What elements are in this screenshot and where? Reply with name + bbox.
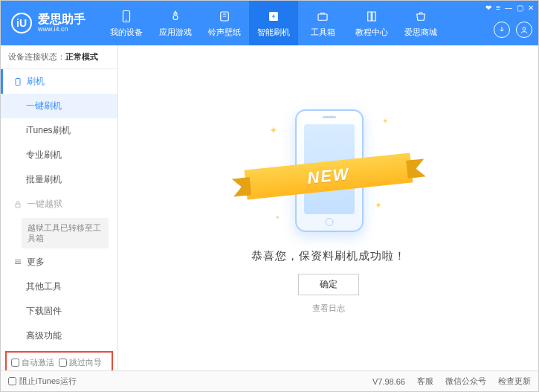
logo-area: iU 爱思助手 www.i4.cn	[1, 13, 96, 33]
nav-apps[interactable]: 应用游戏	[151, 1, 200, 45]
section-flash[interactable]: 刷机	[1, 69, 117, 94]
lock-icon	[13, 200, 22, 209]
footer: 阻止iTunes运行 V7.98.66 客服 微信公众号 检查更新	[1, 370, 538, 391]
nav-toolbox[interactable]: 工具箱	[298, 1, 347, 45]
sidebar-item-onekey-flash[interactable]: 一键刷机	[1, 94, 117, 118]
close-button[interactable]: ✕	[528, 4, 534, 12]
star-icon: ✦	[382, 117, 388, 125]
app-name: 爱思助手	[38, 13, 85, 25]
footer-link-update[interactable]: 检查更新	[498, 376, 531, 387]
nav-label: 爱思商城	[404, 27, 437, 38]
star-icon: ✦	[375, 200, 382, 211]
nav-ringtones[interactable]: 铃声壁纸	[200, 1, 249, 45]
sidebar-item-advanced[interactable]: 高级功能	[1, 324, 117, 348]
svg-point-5	[523, 28, 526, 30]
success-illustration: NEW ✦ ✦ ✦ ✦	[254, 102, 403, 236]
auto-activate-checkbox[interactable]: 自动激活	[11, 357, 54, 368]
version-label: V7.98.66	[372, 377, 405, 386]
nav-my-device[interactable]: 我的设备	[102, 1, 151, 45]
app-logo-icon: iU	[11, 13, 32, 33]
ok-button[interactable]: 确定	[298, 274, 359, 295]
sidebar-item-pro-flash[interactable]: 专业刷机	[1, 143, 117, 167]
sidebar: 设备连接状态：正常模式 刷机 一键刷机 iTunes刷机 专业刷机 批量刷机 一…	[1, 45, 118, 370]
app-url: www.i4.cn	[38, 25, 85, 33]
skip-guide-checkbox[interactable]: 跳过向导	[59, 357, 102, 368]
footer-link-support[interactable]: 客服	[417, 376, 433, 387]
top-nav: 我的设备 应用游戏 铃声壁纸 智能刷机 工具箱 教程中心	[102, 1, 445, 45]
svg-rect-4	[318, 14, 327, 20]
nav-label: 我的设备	[110, 27, 143, 38]
book-icon	[364, 9, 379, 24]
nav-label: 应用游戏	[159, 27, 192, 38]
user-button[interactable]	[516, 22, 532, 38]
ringtone-icon	[217, 9, 232, 24]
device-status: 设备连接状态：正常模式	[1, 45, 117, 69]
nav-label: 铃声壁纸	[208, 27, 241, 38]
toolbox-icon	[315, 9, 330, 24]
main-content: NEW ✦ ✦ ✦ ✦ 恭喜您，保资料刷机成功啦！ 确定 查看日志	[118, 45, 538, 370]
app-header: iU 爱思助手 www.i4.cn 我的设备 应用游戏 铃声壁纸 智能刷机	[1, 1, 538, 45]
sidebar-item-batch-flash[interactable]: 批量刷机	[1, 167, 117, 192]
more-icon	[13, 257, 22, 266]
sidebar-item-other-tools[interactable]: 其他工具	[1, 274, 117, 299]
shop-icon	[413, 9, 428, 24]
sidebar-item-itunes-flash[interactable]: iTunes刷机	[1, 118, 117, 143]
svg-rect-6	[16, 78, 20, 85]
flash-icon	[266, 9, 281, 24]
star-icon: ✦	[269, 124, 278, 136]
section-more[interactable]: 更多	[1, 250, 117, 274]
apps-icon	[168, 9, 183, 24]
view-log-link[interactable]: 查看日志	[312, 303, 345, 314]
nav-tutorials[interactable]: 教程中心	[347, 1, 396, 45]
star-icon: ✦	[275, 214, 280, 221]
footer-link-wechat[interactable]: 微信公众号	[445, 376, 486, 387]
maximize-button[interactable]: ▢	[517, 4, 523, 12]
success-message: 恭喜您，保资料刷机成功啦！	[251, 249, 406, 263]
flash-small-icon	[13, 77, 22, 86]
svg-rect-7	[16, 204, 20, 208]
nav-label: 教程中心	[355, 27, 388, 38]
svg-point-1	[126, 19, 127, 21]
download-button[interactable]	[494, 22, 510, 38]
nav-smart-flash[interactable]: 智能刷机	[249, 1, 298, 45]
window-controls: ❤ ≡ — ▢ ✕	[485, 4, 534, 12]
section-jailbreak[interactable]: 一键越狱	[1, 192, 117, 216]
nav-label: 智能刷机	[257, 27, 290, 38]
nav-label: 工具箱	[311, 27, 335, 38]
sidebar-item-download-firmware[interactable]: 下载固件	[1, 299, 117, 324]
options-highlight-box: 自动激活 跳过向导	[5, 351, 113, 370]
phone-icon	[119, 9, 134, 24]
jailbreak-moved-note: 越狱工具已转移至工具箱	[22, 218, 109, 248]
block-itunes-checkbox[interactable]: 阻止iTunes运行	[8, 376, 77, 387]
gift-icon[interactable]: ❤	[485, 4, 491, 12]
nav-shop[interactable]: 爱思商城	[396, 1, 445, 45]
menu-icon[interactable]: ≡	[496, 4, 500, 12]
minimize-button[interactable]: —	[505, 4, 512, 12]
